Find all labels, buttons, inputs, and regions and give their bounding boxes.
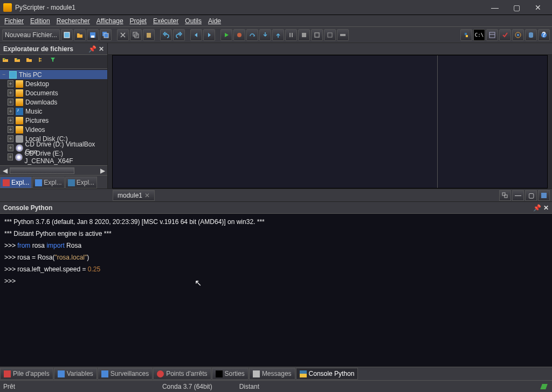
scroll-track[interactable] xyxy=(10,167,98,174)
svg-rect-0 xyxy=(64,32,70,38)
explorer-tab-1[interactable]: Expl... xyxy=(0,177,32,188)
scroll-right-icon[interactable]: ▶ xyxy=(98,166,107,175)
tab-restore-icon[interactable]: ▢ xyxy=(525,190,537,201)
minimize-button[interactable]: — xyxy=(484,0,506,15)
tab-console-python[interactable]: Console Python xyxy=(296,368,358,380)
layout-icon[interactable] xyxy=(486,29,498,41)
tree-item-documents[interactable]: +Documents xyxy=(0,88,107,97)
menu-outils[interactable]: Outils xyxy=(185,17,202,25)
scroll-thumb[interactable] xyxy=(10,167,74,174)
explorer-tab-2[interactable]: Expl... xyxy=(32,177,64,188)
explorer-title: Explorateur de fichiers xyxy=(3,45,73,53)
editor-canvas[interactable] xyxy=(112,55,548,188)
expand-icon[interactable]: + xyxy=(8,89,13,96)
tab-min-icon[interactable]: — xyxy=(512,190,524,201)
file-explorer-panel: Explorateur de fichiers 📌 ✕ − This PC +D… xyxy=(0,43,108,188)
tree-item-pictures[interactable]: +Pictures xyxy=(0,116,107,125)
step-over-icon[interactable] xyxy=(246,29,258,41)
close-panel-icon[interactable]: ✕ xyxy=(99,45,104,53)
menu-aide[interactable]: Aide xyxy=(208,17,221,25)
saveall-icon[interactable] xyxy=(100,29,112,41)
redo-icon[interactable] xyxy=(173,29,185,41)
paste-icon[interactable] xyxy=(143,29,155,41)
cut-icon[interactable] xyxy=(117,29,129,41)
tab-sorties[interactable]: Sorties xyxy=(212,368,249,380)
expand-icon[interactable]: + xyxy=(8,117,13,124)
console-close-icon[interactable]: ✕ xyxy=(543,204,549,212)
tab-points-arrets[interactable]: Points d'arrêts xyxy=(153,368,211,380)
collapse-icon[interactable]: − xyxy=(1,72,7,78)
tree-item-videos[interactable]: +Videos xyxy=(0,125,107,134)
scroll-left-icon[interactable]: ◀ xyxy=(0,166,10,175)
wheel-icon[interactable] xyxy=(512,29,524,41)
check-icon[interactable] xyxy=(499,29,511,41)
maximize-button[interactable]: ▢ xyxy=(506,0,527,15)
svg-text:?: ? xyxy=(542,32,546,38)
console-pin-icon[interactable]: 📌 xyxy=(533,204,541,212)
back-folder-icon[interactable] xyxy=(2,57,13,67)
db-icon[interactable] xyxy=(525,29,537,41)
run-icon[interactable] xyxy=(220,29,232,41)
tab-max-icon[interactable] xyxy=(538,190,550,201)
close-tab-icon[interactable]: ✕ xyxy=(144,192,150,199)
explorer-h-scrollbar[interactable]: ◀ ▶ xyxy=(0,165,107,175)
undo-icon[interactable] xyxy=(160,29,172,41)
menu-projet[interactable]: Projet xyxy=(130,17,147,25)
tree-item-music[interactable]: +Music xyxy=(0,107,107,116)
help-icon[interactable]: ? xyxy=(538,29,550,41)
expand-icon[interactable]: + xyxy=(8,153,13,160)
menu-fichier[interactable]: Fichier xyxy=(4,17,24,25)
tab-pile-appels[interactable]: Pile d'appels xyxy=(0,368,53,380)
pin-icon[interactable]: 📌 xyxy=(88,45,96,53)
close-button[interactable]: ✕ xyxy=(527,0,549,15)
tool-icon[interactable] xyxy=(324,29,336,41)
expand-icon[interactable]: + xyxy=(8,144,13,151)
copy-icon[interactable] xyxy=(130,29,142,41)
expand-icon[interactable]: + xyxy=(8,108,13,115)
tree-item-desktop[interactable]: +Desktop xyxy=(0,79,107,88)
new-file-button[interactable]: Nouveau Fichier... xyxy=(2,29,60,41)
save-icon[interactable] xyxy=(87,29,99,41)
menu-executer[interactable]: Exécuter xyxy=(153,17,178,25)
console-output[interactable]: *** Python 3.7.6 (default, Jan 8 2020, 2… xyxy=(0,214,552,367)
step-into-icon[interactable] xyxy=(259,29,271,41)
tree-item-downloads[interactable]: +Downloads xyxy=(0,97,107,107)
tool2-icon[interactable] xyxy=(337,29,349,41)
expand-icon[interactable]: + xyxy=(8,80,13,87)
open-icon[interactable] xyxy=(74,29,86,41)
tree-item-cd-drive-e[interactable]: +CD Drive (E:) J_CENNA_X64F xyxy=(0,152,107,162)
console-prompt[interactable]: >>> xyxy=(4,275,548,287)
menu-affichage[interactable]: Affichage xyxy=(96,17,123,25)
menu-edition[interactable]: Edition xyxy=(30,17,50,25)
watch-icon xyxy=(101,370,108,377)
expand-icon[interactable]: + xyxy=(8,99,13,106)
expand-icon[interactable]: + xyxy=(8,135,13,142)
step-out-icon[interactable] xyxy=(272,29,284,41)
tab-messages[interactable]: Messages xyxy=(249,368,295,380)
python-icon[interactable] xyxy=(460,29,472,41)
cmd-icon[interactable]: C:\ xyxy=(473,29,485,41)
pause-icon[interactable] xyxy=(285,29,297,41)
new-icon[interactable] xyxy=(61,29,73,41)
editor-tab-module1[interactable]: module1 ✕ xyxy=(113,190,155,201)
status-led-icon xyxy=(540,384,548,389)
tree-view-icon[interactable] xyxy=(38,57,49,67)
stop-icon[interactable] xyxy=(298,29,310,41)
windows-icon[interactable] xyxy=(499,190,511,201)
menu-rechercher[interactable]: Rechercher xyxy=(57,17,90,25)
explorer-tab-3[interactable]: Expl... xyxy=(65,177,97,188)
filter-icon[interactable] xyxy=(50,57,60,67)
expand-icon[interactable]: + xyxy=(8,126,13,133)
svg-point-8 xyxy=(237,33,242,37)
tree-item-this-pc[interactable]: − This PC xyxy=(0,70,107,79)
tab-surveillances[interactable]: Surveillances xyxy=(98,368,153,380)
window-title: PyScripter - module1 xyxy=(15,4,484,11)
tab-variables[interactable]: Variables xyxy=(54,368,97,380)
browse-folder-icon[interactable] xyxy=(26,57,37,67)
file-tree[interactable]: − This PC +Desktop +Documents +Downloads… xyxy=(0,69,107,165)
stop2-icon[interactable] xyxy=(311,29,323,41)
up-folder-icon[interactable] xyxy=(14,57,25,67)
debug-icon[interactable] xyxy=(233,29,245,41)
forward-icon[interactable] xyxy=(203,29,215,41)
back-icon[interactable] xyxy=(190,29,202,41)
